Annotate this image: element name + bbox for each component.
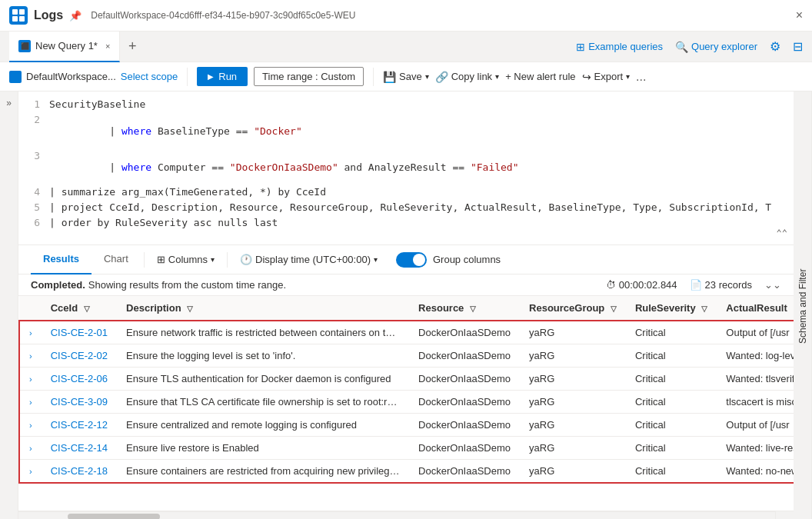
table-row[interactable]: ›CIS-CE-3-09Ensure that TLS CA certifica… [19,391,794,414]
cceid-link[interactable]: CIS-CE-3-09 [51,396,108,408]
scope-name: DefaultWorkspace... [26,71,116,82]
row-description: Ensure network traffic is restricted bet… [117,321,409,344]
row-cceid: CIS-CE-2-14 [42,437,117,460]
row-expand-icon[interactable]: › [29,467,32,476]
pin-icon[interactable]: 📌 [69,10,82,22]
title-bar-left: Logs 📌 DefaultWorkspace-04cd6fff-ef34-41… [9,6,355,25]
status-completed: Completed. [31,279,85,291]
save-label: Save [399,71,422,82]
group-columns-toggle: Group columns [387,252,510,268]
col-header-actualresult[interactable]: ActualResult [717,296,794,321]
code-line-5: 5 | project CceId, Description, Resource… [18,201,794,216]
example-queries-button[interactable]: ⊞ Example queries [576,41,663,53]
columns-chevron-icon: ▾ [211,255,215,264]
query-explorer-button[interactable]: 🔍 Query explorer [675,41,757,53]
resource-filter-icon[interactable]: ▽ [470,304,476,313]
rg-filter-icon[interactable]: ▽ [611,304,617,313]
export-button[interactable]: ↪ Export ▾ [582,71,631,83]
row-expand-cell[interactable]: › [19,344,42,368]
window-close-icon[interactable]: × [796,8,803,22]
sidebar-toggle-button[interactable]: » [0,91,18,519]
time-range-label: Time range : Custom [262,71,355,82]
toolbar-divider [187,68,188,86]
code-editor[interactable]: 1 SecurityBaseline 2 | where BaselineTyp… [18,91,794,245]
tab-icon: ⬛ [18,40,31,52]
cceid-filter-icon[interactable]: ▽ [84,304,90,313]
select-scope-button[interactable]: Select scope [121,71,178,82]
row-ruleseverity: Critical [626,460,717,484]
row-expand-icon[interactable]: › [29,421,32,430]
cceid-link[interactable]: CIS-CE-2-18 [51,465,108,477]
expand-results-icon[interactable]: ⌄⌄ [764,279,781,291]
more-options-button[interactable]: ... [636,70,646,84]
cceid-link[interactable]: CIS-CE-2-14 [51,442,108,454]
run-button[interactable]: ▶ Run [197,67,248,86]
schema-filter-sidebar[interactable]: Schema and Filter [794,91,812,519]
copy-link-icon: 🔗 [435,71,448,83]
row-expand-icon[interactable]: › [29,398,32,407]
tab-results[interactable]: Results [31,245,92,274]
row-expand-icon[interactable]: › [29,351,32,361]
clock-icon: 🕐 [240,254,252,265]
tab-add-button[interactable]: + [120,32,145,62]
cceid-link[interactable]: CIS-CE-2-01 [51,327,108,338]
expand-editor-icon[interactable]: ⌃⌃ [777,228,787,238]
table-row[interactable]: ›CIS-CE-2-18Ensure containers are restri… [19,460,794,484]
row-expand-cell[interactable]: › [19,414,42,437]
layout-button[interactable]: ⊟ [793,39,803,54]
display-time-label: Display time (UTC+00:00) [255,254,371,265]
time-range-button[interactable]: Time range : Custom [254,67,364,86]
desc-filter-icon[interactable]: ▽ [187,304,193,313]
scrollbar-thumb[interactable] [68,514,160,520]
row-expand-cell[interactable]: › [19,321,42,344]
table-body: ›CIS-CE-2-01Ensure network traffic is re… [19,321,794,483]
code-line-2: 2 | where BaselineType == "Docker" [18,113,794,149]
row-resource: DockerOnIaaSDemo [409,460,520,484]
row-description: Ensure centralized and remote logging is… [117,414,409,437]
table-row[interactable]: ›CIS-CE-2-14Ensure live restore is Enabl… [19,437,794,460]
toolbar-divider2 [373,68,374,86]
table-row[interactable]: ›CIS-CE-2-02Ensure the logging level is … [19,344,794,368]
copy-link-button[interactable]: 🔗 Copy link ▾ [435,71,499,83]
tab-chart[interactable]: Chart [92,245,141,274]
row-expand-icon[interactable]: › [29,444,32,453]
settings-button[interactable]: ⚙ [770,39,780,54]
new-alert-button[interactable]: + New alert rule [505,71,575,82]
row-expand-icon[interactable]: › [29,374,32,384]
results-table-container[interactable]: CceId ▽ Description ▽ Resource ▽ [18,296,794,511]
col-header-ruleseverity[interactable]: RuleSeverity ▽ [626,296,717,321]
col-header-description[interactable]: Description ▽ [117,296,409,321]
row-expand-icon[interactable]: › [29,328,32,338]
col-header-resource[interactable]: Resource ▽ [409,296,520,321]
row-expand-cell[interactable]: › [19,437,42,460]
layout-icon: ⊟ [793,39,803,54]
row-expand-cell[interactable]: › [19,368,42,391]
row-description: Ensure that TLS CA certificate file owne… [117,391,409,414]
toggle-switch[interactable] [396,252,427,268]
columns-button[interactable]: ⊞ Columns ▾ [148,254,224,265]
severity-filter-icon[interactable]: ▽ [701,304,707,313]
col-header-cceid[interactable]: CceId ▽ [42,296,117,321]
results-area: Results Chart ⊞ Columns ▾ 🕐 Display time… [18,245,794,519]
display-time-button[interactable]: 🕐 Display time (UTC+00:00) ▾ [231,254,387,265]
toolbar: DefaultWorkspace... Select scope ▶ Run T… [0,62,812,91]
cceid-link[interactable]: CIS-CE-2-02 [51,350,108,361]
col-header-resourcegroup[interactable]: ResourceGroup ▽ [520,296,626,321]
row-expand-cell[interactable]: › [19,391,42,414]
row-resourcegroup: yaRG [520,344,626,368]
row-resource: DockerOnIaaSDemo [409,321,520,344]
editor-area: 1 SecurityBaseline 2 | where BaselineTyp… [18,91,794,519]
tab-new-query-1[interactable]: ⬛ New Query 1* × [9,32,120,62]
tab-close-icon[interactable]: × [105,42,110,51]
save-button[interactable]: 💾 Save ▾ [383,71,429,83]
cceid-link[interactable]: CIS-CE-2-06 [51,373,108,384]
table-row[interactable]: ›CIS-CE-2-12Ensure centralized and remot… [19,414,794,437]
table-row[interactable]: ›CIS-CE-2-06Ensure TLS authentication fo… [19,368,794,391]
chevron-right-icon: » [6,98,12,108]
table-row[interactable]: ›CIS-CE-2-01Ensure network traffic is re… [19,321,794,344]
editor-more-indicator: ... [18,231,794,245]
cceid-link[interactable]: CIS-CE-2-12 [51,419,108,431]
horizontal-scrollbar[interactable] [18,511,775,519]
row-expand-cell[interactable]: › [19,460,42,484]
results-tabs: Results Chart ⊞ Columns ▾ 🕐 Display time… [18,245,794,274]
